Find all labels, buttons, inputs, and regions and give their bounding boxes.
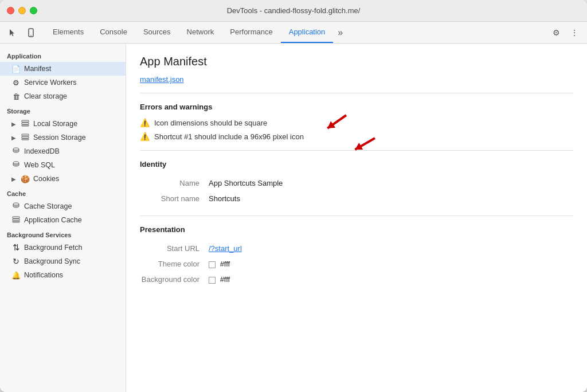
- session-storage-icon: [21, 133, 30, 143]
- field-label-start-url: Start URL: [140, 244, 209, 253]
- warning-row-2: ⚠️ Shortcut #1 should include a 96x96 pi…: [140, 132, 573, 141]
- sidebar-item-cookies[interactable]: ▶ 🍪 Cookies: [0, 172, 126, 186]
- content-panel: App Manifest manifest.json Errors and wa…: [126, 44, 587, 392]
- cursor-icon[interactable]: [5, 25, 21, 41]
- toolbar-left-icons: [5, 25, 39, 41]
- field-value-start-url[interactable]: /?start_url: [209, 244, 242, 253]
- field-short-name: Short name Shortcuts: [140, 191, 573, 206]
- sidebar-item-bg-sync[interactable]: ↻ Background Sync: [0, 254, 126, 268]
- svg-point-10: [13, 203, 19, 205]
- window-title: DevTools - candied-flossy-fold.glitch.me…: [227, 6, 361, 15]
- settings-icon[interactable]: ⚙: [548, 25, 564, 41]
- indexeddb-icon: [11, 147, 21, 156]
- svg-rect-7: [22, 139, 29, 140]
- sidebar-item-web-sql[interactable]: Web SQL: [0, 158, 126, 172]
- field-value-short-name: Shortcuts: [209, 194, 240, 203]
- sidebar-item-cache-storage[interactable]: Cache Storage: [0, 199, 126, 213]
- field-start-url: Start URL /?start_url: [140, 241, 573, 256]
- web-sql-icon: [11, 160, 21, 170]
- tab-console[interactable]: Console: [92, 22, 135, 43]
- sidebar-item-local-storage[interactable]: ▶ Local Storage: [0, 117, 126, 131]
- warning-icon-2: ⚠️: [140, 132, 150, 141]
- bg-color-swatch[interactable]: [209, 277, 216, 284]
- more-icon[interactable]: ⋮: [566, 25, 582, 41]
- bg-sync-icon: ↻: [11, 257, 21, 266]
- app-cache-icon: [11, 215, 21, 225]
- svg-rect-11: [13, 217, 19, 218]
- field-label-short-name: Short name: [140, 194, 209, 203]
- sidebar-section-bg-services: Background Services: [0, 227, 126, 241]
- traffic-lights: [7, 7, 37, 14]
- divider-1: [140, 93, 573, 93]
- maximize-button[interactable]: [30, 7, 37, 14]
- devtools-window: DevTools - candied-flossy-fold.glitch.me…: [0, 0, 587, 392]
- errors-heading: Errors and warnings: [140, 103, 573, 111]
- warnings-container: ⚠️ Icon dimensions should be square ⚠️ S…: [140, 118, 573, 141]
- arrow-icon: ▶: [11, 121, 16, 127]
- service-workers-icon: ⚙: [11, 79, 21, 87]
- sidebar-item-clear-storage[interactable]: 🗑 Clear storage: [0, 89, 126, 103]
- field-value-bg-color: #fff: [209, 275, 230, 284]
- tab-bar: Elements Console Sources Network Perform…: [45, 22, 547, 43]
- presentation-section: Start URL /?start_url Theme color #fff B…: [140, 241, 573, 287]
- field-bg-color: Background color #fff: [140, 272, 573, 287]
- sidebar-section-storage: Storage: [0, 103, 126, 117]
- cookies-icon: 🍪: [21, 175, 30, 183]
- sidebar-item-service-workers[interactable]: ⚙ Service Workers: [0, 76, 126, 89]
- sidebar-item-session-storage[interactable]: ▶ Session Storage: [0, 131, 126, 144]
- field-label-theme-color: Theme color: [140, 260, 209, 268]
- toolbar-right: ⚙ ⋮: [548, 25, 582, 41]
- close-button[interactable]: [7, 7, 14, 14]
- titlebar: DevTools - candied-flossy-fold.glitch.me…: [0, 0, 587, 22]
- svg-point-1: [30, 35, 32, 36]
- tab-overflow[interactable]: »: [333, 28, 347, 38]
- manifest-icon: 📄: [11, 65, 21, 73]
- warning-text-1: Icon dimensions should be square: [154, 119, 267, 127]
- bg-fetch-icon: ⇅: [11, 242, 21, 253]
- tab-sources[interactable]: Sources: [135, 22, 179, 43]
- svg-rect-4: [22, 125, 29, 126]
- sidebar-item-app-cache[interactable]: Application Cache: [0, 213, 126, 227]
- arrow-icon: ▶: [11, 135, 16, 141]
- minimize-button[interactable]: [18, 7, 26, 14]
- svg-marker-17: [353, 143, 363, 153]
- theme-color-swatch[interactable]: [209, 261, 216, 268]
- sidebar-item-bg-fetch[interactable]: ⇅ Background Fetch: [0, 241, 126, 254]
- svg-point-8: [13, 148, 19, 150]
- field-value-name: App Shortcuts Sample: [209, 179, 283, 187]
- mobile-icon[interactable]: [23, 25, 39, 41]
- tab-network[interactable]: Network: [179, 22, 222, 43]
- sidebar-item-indexeddb[interactable]: IndexedDB: [0, 144, 126, 158]
- warning-icon-1: ⚠️: [140, 118, 150, 127]
- field-name: Name App Shortcuts Sample: [140, 175, 573, 191]
- tab-performance[interactable]: Performance: [222, 22, 280, 43]
- svg-rect-3: [22, 123, 29, 124]
- sidebar-section-application: Application: [0, 48, 126, 62]
- identity-heading: Identity: [140, 160, 573, 168]
- field-theme-color: Theme color #fff: [140, 256, 573, 272]
- svg-rect-5: [22, 134, 29, 136]
- divider-3: [140, 215, 573, 216]
- arrow-icon: ▶: [11, 176, 16, 182]
- svg-rect-6: [22, 136, 29, 138]
- tab-application[interactable]: Application: [281, 22, 334, 43]
- field-label-bg-color: Background color: [140, 275, 209, 284]
- cache-storage-icon: [11, 202, 21, 211]
- sidebar-section-cache: Cache: [0, 186, 126, 199]
- sidebar-item-manifest[interactable]: 📄 Manifest: [0, 62, 126, 76]
- divider-2: [140, 150, 573, 151]
- manifest-link[interactable]: manifest.json: [140, 75, 184, 84]
- local-storage-icon: [21, 119, 30, 129]
- warning-row-1: ⚠️ Icon dimensions should be square: [140, 118, 573, 127]
- toolbar: Elements Console Sources Network Perform…: [0, 22, 587, 44]
- warning-text-2: Shortcut #1 should include a 96x96 pixel…: [154, 132, 304, 141]
- identity-section: Name App Shortcuts Sample Short name Sho…: [140, 175, 573, 206]
- tab-elements[interactable]: Elements: [45, 22, 92, 43]
- svg-rect-13: [13, 221, 19, 222]
- notifications-icon: 🔔: [11, 271, 21, 280]
- sidebar-item-notifications[interactable]: 🔔 Notifications: [0, 268, 126, 282]
- page-title: App Manifest: [140, 55, 573, 68]
- sidebar: Application 📄 Manifest ⚙ Service Workers…: [0, 44, 126, 392]
- main-area: Application 📄 Manifest ⚙ Service Workers…: [0, 44, 587, 392]
- svg-rect-2: [22, 120, 29, 122]
